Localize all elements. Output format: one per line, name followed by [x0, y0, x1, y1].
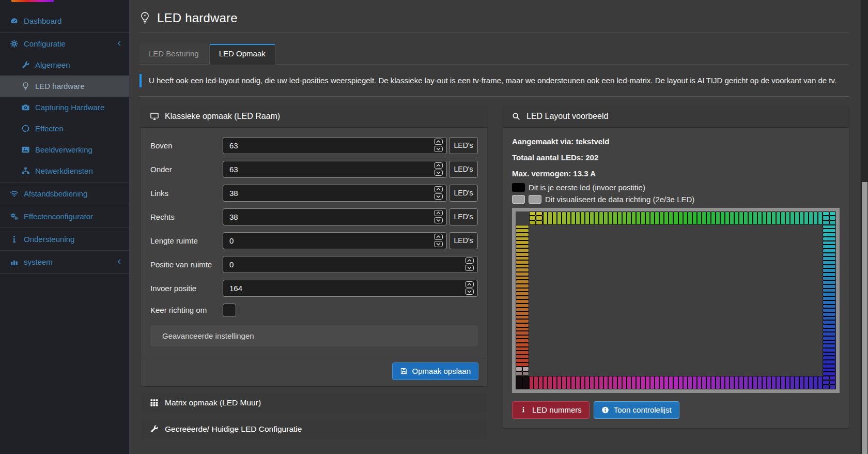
led-cell	[516, 343, 529, 347]
sidebar-item-effecten[interactable]: Effecten	[0, 118, 129, 139]
current-config-toggle[interactable]: Gecreëerde/ Huidige LED Configuratie	[141, 419, 487, 439]
sidebar-item-configuratie[interactable]: Configuratie	[0, 33, 129, 54]
sidebar-item-algemeen[interactable]: Algemeen	[0, 54, 129, 75]
toon-controlelijst-button[interactable]: Toon controlelijst	[594, 401, 679, 419]
led-cell	[590, 211, 594, 225]
led-cell	[743, 376, 748, 389]
spinner-down-button[interactable]	[434, 241, 443, 247]
sidebar-item-beeldverwerking[interactable]: Beeldverwerking	[0, 139, 129, 160]
number-spinner	[434, 210, 443, 223]
led-cell	[516, 252, 529, 256]
led-cell	[678, 376, 683, 389]
led-cell	[543, 376, 548, 389]
sidebar-item-netwerkdiensten[interactable]: Netwerkdiensten	[0, 160, 129, 181]
spinner-down-button[interactable]	[434, 193, 443, 200]
lengte-ruimte-input[interactable]	[223, 232, 447, 249]
sidebar-item-systeem[interactable]: systeem	[0, 251, 129, 273]
led-cell	[823, 245, 836, 249]
led-cell	[664, 376, 669, 389]
led-cell	[552, 211, 557, 225]
save-layout-label: Opmaak opslaan	[412, 367, 471, 375]
reverse-direction-checkbox[interactable]	[223, 304, 236, 317]
led-cell	[641, 376, 645, 389]
positie-van-ruimte-input[interactable]	[223, 256, 478, 273]
led-cell	[516, 288, 529, 292]
led-cell	[753, 376, 757, 389]
matrix-layout-toggle[interactable]: Matrix opmaak (LED Muur)	[141, 393, 487, 413]
spinner-up-button[interactable]	[434, 139, 443, 145]
number-spinner	[434, 234, 443, 247]
number-spinner	[465, 258, 474, 271]
led-cell	[683, 376, 688, 389]
led-cell	[776, 376, 781, 389]
spinner-down-button[interactable]	[465, 289, 474, 295]
led-cell	[516, 225, 529, 229]
tab-led-besturing[interactable]: LED Besturing	[140, 44, 208, 63]
led-cell	[804, 376, 809, 389]
sidebar-item-capturing-hardware[interactable]: Capturing Hardware	[0, 97, 129, 118]
onder-input[interactable]	[223, 161, 447, 178]
led-cell	[683, 211, 688, 225]
spinner-up-button[interactable]	[434, 162, 443, 169]
boven-input[interactable]	[223, 137, 447, 154]
led-cell	[716, 211, 720, 225]
field-label: Boven	[150, 141, 223, 150]
sidebar-divider	[0, 250, 129, 251]
led-cell	[655, 376, 659, 389]
max-power-text: Max. vermogen: 13.3 A	[512, 169, 840, 178]
led-cell	[669, 376, 673, 389]
sidebar-item-dashboard[interactable]: Dashboard	[0, 10, 129, 32]
led-cell	[603, 376, 608, 389]
led-cell	[702, 211, 706, 225]
spinner-up-button[interactable]	[434, 234, 443, 240]
page-scrollbar[interactable]	[861, 0, 868, 454]
spinner-up-button[interactable]	[434, 210, 443, 216]
led-cell	[516, 315, 529, 320]
led-cell	[516, 311, 529, 315]
led-cell	[795, 211, 799, 225]
led-cell	[516, 355, 529, 359]
led-cell	[823, 265, 836, 269]
scrollbar-thumb[interactable]	[862, 182, 867, 454]
invoer-positie-input[interactable]	[223, 280, 478, 297]
save-icon	[400, 367, 408, 375]
led-cell	[645, 376, 650, 389]
spinner-down-button[interactable]	[434, 217, 443, 223]
led-cell	[516, 240, 529, 245]
led-cell	[516, 304, 529, 308]
led-cell	[557, 376, 562, 389]
led-cell	[617, 211, 622, 225]
sidebar-item-effectenconfigurator[interactable]: Effectenconfigurator	[0, 206, 129, 227]
led-cell	[823, 284, 836, 289]
advanced-settings-toggle[interactable]: Geavanceerde instellingen	[150, 325, 478, 346]
save-layout-button[interactable]: Opmaak opslaan	[392, 362, 478, 380]
app-logo	[11, 0, 54, 2]
led-cell	[748, 211, 753, 225]
spinner-up-button[interactable]	[465, 258, 474, 264]
led-cell	[829, 385, 836, 389]
sidebar-item-ondersteuning[interactable]: Ondersteuning	[0, 229, 129, 250]
led-nummers-button[interactable]: LED nummers	[512, 401, 590, 419]
sidebar-item-label: Configuratie	[24, 39, 66, 48]
form-row-rechts: RechtsLED's	[150, 208, 478, 225]
spinner-up-button[interactable]	[434, 186, 443, 192]
sidebar-item-led-hardware[interactable]: LED hardware	[0, 75, 129, 97]
led-cell	[562, 211, 566, 225]
led-cell	[799, 211, 804, 225]
spinner-up-button[interactable]	[465, 281, 474, 287]
led-cell	[557, 211, 562, 225]
led-cell	[692, 211, 697, 225]
led-corner-bottom-right	[823, 376, 836, 389]
led-cell	[688, 211, 692, 225]
spinner-down-button[interactable]	[434, 170, 443, 176]
tab-led-opmaak[interactable]: LED Opmaak	[209, 44, 275, 65]
spinner-down-button[interactable]	[434, 146, 443, 152]
spinner-down-button[interactable]	[465, 265, 474, 271]
links-input[interactable]	[223, 185, 447, 202]
field-label: Keer richting om	[150, 306, 223, 314]
sidebar-item-label: LED hardware	[35, 82, 85, 90]
legend-first-led-text: Dit is je eerste led (invoer postitie)	[529, 183, 645, 192]
classic-layout-title: Klassieke opmaak (LED Raam)	[165, 112, 280, 121]
sidebar-item-afstandsbediening[interactable]: Afstandsbediening	[0, 183, 129, 204]
rechts-input[interactable]	[223, 208, 447, 225]
